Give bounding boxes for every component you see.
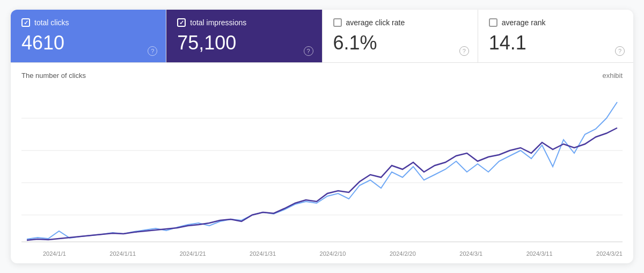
metric-card-average-rank[interactable]: average rank 14.1 ?: [478, 10, 633, 62]
metric-label-total-impressions: total impressions: [190, 18, 246, 27]
help-icon-total-clicks[interactable]: ?: [148, 46, 157, 56]
x-label-2: 2024/1/21: [180, 250, 206, 257]
metric-value-total-clicks: 4610: [21, 31, 155, 54]
line-total-impressions: [27, 128, 617, 240]
metric-value-average-click-rate: 6.1%: [333, 31, 467, 54]
chart-area: The number of clicks exhibit 2024/1/1 20…: [11, 63, 633, 263]
help-icon-average-click-rate[interactable]: ?: [459, 46, 469, 56]
x-label-1: 2024/1/11: [109, 250, 136, 257]
metric-header: average click rate: [333, 18, 467, 27]
chart-title: The number of clicks: [21, 71, 86, 80]
metric-value-total-impressions: 75,100: [177, 31, 311, 54]
x-label-6: 2024/3/1: [459, 250, 482, 257]
dashboard-container: total clicks 4610 ? total impressions 75…: [11, 10, 633, 263]
chart-wrapper: [21, 86, 623, 247]
checkbox-average-rank[interactable]: [489, 18, 497, 27]
x-label-3: 2024/1/31: [250, 250, 276, 257]
chart-svg: [21, 86, 623, 247]
checkbox-average-click-rate[interactable]: [333, 18, 342, 27]
metrics-row: total clicks 4610 ? total impressions 75…: [11, 10, 633, 62]
metric-card-average-click-rate[interactable]: average click rate 6.1% ?: [323, 10, 478, 62]
metric-header: average rank: [489, 18, 623, 27]
metric-card-total-impressions[interactable]: total impressions 75,100 ?: [166, 10, 322, 62]
x-label-0: 2024/1/1: [43, 250, 66, 257]
help-icon-total-impressions[interactable]: ?: [304, 46, 313, 56]
metric-header: total impressions: [177, 18, 311, 27]
chart-header: The number of clicks exhibit: [21, 71, 623, 80]
metric-label-total-clicks: total clicks: [34, 18, 69, 27]
x-axis-labels: 2024/1/1 2024/1/11 2024/1/21 2024/1/31 2…: [21, 247, 623, 257]
metric-header: total clicks: [21, 18, 155, 27]
checkbox-total-impressions[interactable]: [177, 18, 186, 27]
x-label-8: 2024/3/21: [596, 250, 623, 257]
chart-exhibit-button[interactable]: exhibit: [602, 71, 623, 80]
x-label-7: 2024/3/11: [526, 250, 553, 257]
checkbox-total-clicks[interactable]: [21, 18, 30, 27]
metric-label-average-click-rate: average click rate: [346, 18, 405, 27]
metric-value-average-rank: 14.1: [489, 31, 623, 54]
help-icon-average-rank[interactable]: ?: [615, 46, 625, 56]
metric-label-average-rank: average rank: [502, 18, 546, 27]
metric-card-total-clicks[interactable]: total clicks 4610 ?: [11, 10, 166, 62]
line-total-clicks: [27, 102, 617, 239]
x-label-4: 2024/2/10: [320, 250, 346, 257]
x-label-5: 2024/2/20: [390, 250, 416, 257]
